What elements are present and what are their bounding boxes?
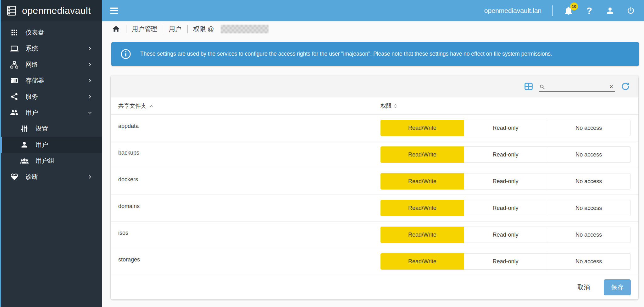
permission-toggle-group: Read/Write Read-only No access xyxy=(380,200,630,216)
search-input[interactable] xyxy=(547,84,606,90)
apps-icon xyxy=(10,28,19,37)
redacted-username xyxy=(221,25,269,33)
card-footer: 取消 保存 xyxy=(111,275,638,299)
perm-readwrite-button[interactable]: Read/Write xyxy=(380,227,464,243)
notifications-button[interactable]: 10 xyxy=(564,6,574,16)
chevron-down-icon xyxy=(87,110,93,116)
perm-readonly-button[interactable]: Read-only xyxy=(464,120,547,136)
clear-search-button[interactable]: × xyxy=(608,83,615,90)
columns-button[interactable] xyxy=(524,81,534,91)
column-label: 权限 xyxy=(380,102,392,110)
menu-toggle-button[interactable] xyxy=(110,8,118,14)
power-icon xyxy=(626,6,636,15)
breadcrumb: 用户管理 用户 权限 @ xyxy=(102,21,644,36)
perm-noaccess-button[interactable]: No access xyxy=(547,253,630,270)
breadcrumb-divider xyxy=(126,25,126,33)
breadcrumb-divider xyxy=(163,25,164,33)
permissions-card: × 共享文件夹 权限 xyxy=(111,75,638,299)
account-icon xyxy=(20,140,29,149)
table-row: storages Read/Write Read-only No access xyxy=(111,248,638,275)
home-icon[interactable] xyxy=(112,25,120,33)
save-button[interactable]: 保存 xyxy=(604,279,631,295)
share-icon xyxy=(10,92,19,101)
main-area: openmediavault.lan 10 ? 用户管理 xyxy=(102,0,644,307)
sort-asc-icon xyxy=(149,104,154,108)
account-group-icon xyxy=(20,156,29,165)
app-root: openmediavault 仪表盘 系统 网络 存储器 xyxy=(0,0,644,307)
sidebar-item-label: 用户 xyxy=(36,140,48,149)
left-edge-accent xyxy=(0,0,1,307)
table-toolbar: × xyxy=(111,75,638,97)
breadcrumb-divider xyxy=(187,25,188,33)
perm-readonly-button[interactable]: Read-only xyxy=(464,253,547,270)
sidebar-item-diagnostics[interactable]: 诊断 xyxy=(0,169,102,185)
sidebar-item-users-user[interactable]: 用户 xyxy=(0,137,102,153)
search-field: × xyxy=(539,81,615,92)
shared-folder-name: storages xyxy=(111,248,380,263)
chevron-right-icon xyxy=(87,46,93,52)
sidebar-item-services[interactable]: 服务 xyxy=(0,89,102,105)
sidebar-item-system[interactable]: 系统 xyxy=(0,41,102,57)
permission-toggle-group: Read/Write Read-only No access xyxy=(380,173,630,189)
person-icon xyxy=(605,6,615,15)
perm-noaccess-button[interactable]: No access xyxy=(547,227,630,243)
shared-folder-name: appdata xyxy=(111,115,380,129)
search-icon xyxy=(539,84,546,90)
perm-noaccess-button[interactable]: No access xyxy=(547,120,630,136)
sidebar-item-network[interactable]: 网络 xyxy=(0,57,102,73)
sidebar-item-label: 用户组 xyxy=(36,156,54,165)
brand-logo: openmediavault xyxy=(0,0,102,21)
permission-toggle-group: Read/Write Read-only No access xyxy=(380,146,630,163)
info-icon xyxy=(120,48,131,60)
sidebar-nav: 仪表盘 系统 网络 存储器 服务 xyxy=(0,21,102,185)
users-icon xyxy=(10,108,19,117)
perm-noaccess-button[interactable]: No access xyxy=(547,146,630,163)
brand-name: openmediavault xyxy=(22,5,91,16)
perm-readonly-button[interactable]: Read-only xyxy=(464,173,547,189)
help-button[interactable]: ? xyxy=(584,6,594,16)
topbar-right: openmediavault.lan 10 ? xyxy=(484,5,636,16)
breadcrumb-item-users[interactable]: 用户 xyxy=(169,25,181,33)
sidebar-item-users-settings[interactable]: 设置 xyxy=(0,121,102,137)
perm-readonly-button[interactable]: Read-only xyxy=(464,200,547,216)
perm-readwrite-button[interactable]: Read/Write xyxy=(380,146,464,163)
heart-pulse-icon xyxy=(10,173,19,181)
perm-readwrite-button[interactable]: Read/Write xyxy=(380,200,464,216)
column-permissions[interactable]: 权限 xyxy=(380,102,397,110)
reload-button[interactable] xyxy=(620,81,630,91)
omv-server-icon xyxy=(6,5,18,17)
sidebar-item-users[interactable]: 用户 xyxy=(0,105,102,121)
perm-noaccess-button[interactable]: No access xyxy=(547,173,630,189)
sidebar-item-label: 用户 xyxy=(25,108,38,117)
perm-readwrite-button[interactable]: Read/Write xyxy=(380,173,464,189)
perm-readonly-button[interactable]: Read-only xyxy=(464,146,547,163)
sidebar-item-label: 诊断 xyxy=(25,173,38,181)
chevron-right-icon xyxy=(87,174,93,180)
table-row: dockers Read/Write Read-only No access xyxy=(111,168,638,195)
table-row: isos Read/Write Read-only No access xyxy=(111,222,638,248)
breadcrumb-item-user-management[interactable]: 用户管理 xyxy=(132,25,157,33)
permission-toggle-group: Read/Write Read-only No access xyxy=(380,227,630,243)
topbar: openmediavault.lan 10 ? xyxy=(102,0,644,21)
cancel-button[interactable]: 取消 xyxy=(573,280,594,295)
table-row: appdata Read/Write Read-only No access xyxy=(111,115,638,141)
laptop-icon xyxy=(10,44,19,53)
column-shared-folder[interactable]: 共享文件夹 xyxy=(111,102,380,110)
table-row: domains Read/Write Read-only No access xyxy=(111,195,638,222)
shared-folder-name: dockers xyxy=(111,168,380,183)
power-button[interactable] xyxy=(626,6,636,16)
user-menu-button[interactable] xyxy=(605,6,615,16)
perm-noaccess-button[interactable]: No access xyxy=(547,200,630,216)
chevron-right-icon xyxy=(87,62,93,68)
topbar-divider xyxy=(552,5,553,16)
perm-readonly-button[interactable]: Read-only xyxy=(464,227,547,243)
sidebar-item-dashboard[interactable]: 仪表盘 xyxy=(0,25,102,41)
perm-readwrite-button[interactable]: Read/Write xyxy=(380,253,464,270)
sidebar-item-label: 仪表盘 xyxy=(25,28,44,37)
sidebar-item-storage[interactable]: 存储器 xyxy=(0,73,102,89)
table-header: 共享文件夹 权限 xyxy=(111,97,638,115)
breadcrumb-item-permissions: 权限 @ xyxy=(193,25,214,33)
tune-icon xyxy=(20,124,29,133)
sidebar-item-users-groups[interactable]: 用户组 xyxy=(0,153,102,169)
perm-readwrite-button[interactable]: Read/Write xyxy=(380,120,464,136)
